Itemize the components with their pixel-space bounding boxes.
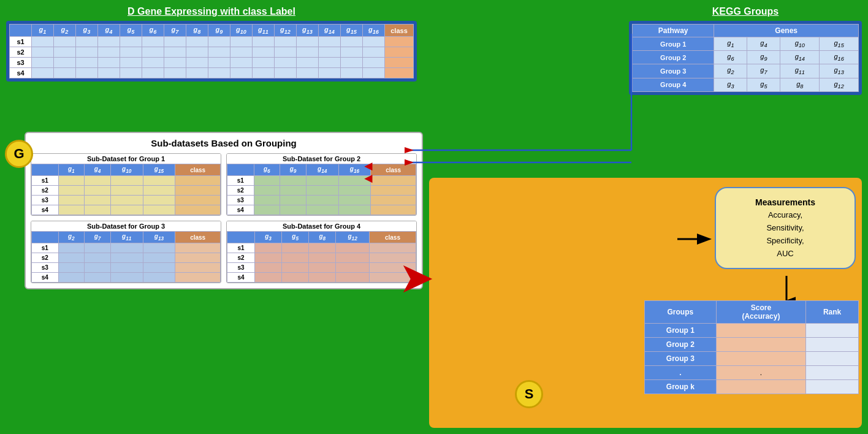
measurement-auc: AUC — [726, 248, 845, 261]
gene-cell — [208, 58, 230, 68]
subdataset-group3: Sub-Dataset for Group 3 g2 g7 g11 g13 cl… — [31, 221, 221, 283]
sg4-class: class — [369, 232, 416, 243]
gene-table-wrapper: g1 g2 g3 g4 g5 g6 g7 g8 g9 g10 g11 g12 g… — [6, 21, 417, 82]
red-arrow-bottom: ◄ — [362, 170, 375, 186]
measurement-specificity: Specificity, — [726, 235, 845, 248]
gene-row-s1-label: s1 — [10, 37, 32, 47]
gene-cell — [142, 68, 164, 78]
measurement-accuracy: Accuracy, — [726, 209, 845, 222]
sg3-g11: g11 — [110, 232, 143, 243]
gene-header-g9: g9 — [208, 25, 230, 37]
gene-header-g12: g12 — [275, 25, 297, 37]
gene-cell — [98, 37, 120, 47]
gene-header-g11: g11 — [253, 25, 275, 37]
gene-cell — [297, 37, 319, 47]
gene-cell — [363, 47, 385, 58]
subdataset-section: Sub-datasets Based on Grouping Sub-Datas… — [25, 132, 423, 289]
score-group2-score — [716, 338, 805, 352]
gene-row-s4-label: s4 — [10, 68, 32, 78]
g-circle: G — [5, 140, 33, 168]
score-dots-score: . — [716, 366, 805, 380]
red-arrow-right: ➤ — [398, 256, 435, 299]
s-circle: S — [515, 380, 543, 408]
score-groupk-label: Group k — [645, 380, 717, 394]
gene-cell — [341, 47, 363, 58]
gene-cell — [142, 37, 164, 47]
gene-cell — [32, 68, 54, 78]
subdataset-group1: Sub-Dataset for Group 1 g1 g4 g10 g15 cl… — [31, 153, 221, 216]
gene-header-g10: g10 — [230, 25, 253, 37]
sg3-g7: g7 — [85, 232, 111, 243]
kegg-group1-g10: g10 — [780, 37, 820, 51]
subdataset-group2-table: g6 g9 g14 g16 class s1 s2 s3 s4 — [227, 164, 416, 215]
kegg-connector-svg — [405, 34, 650, 175]
gene-cell — [98, 58, 120, 68]
kegg-section: KEGG Groups Pathway Genes Group 1 g1 g4 … — [629, 6, 862, 95]
score-row-groupk: Group k — [645, 380, 859, 394]
sg2-g9: g9 — [280, 164, 306, 176]
score-row-group3: Group 3 — [645, 352, 859, 366]
subdataset-grid: Sub-Dataset for Group 1 g1 g4 g10 g15 cl… — [31, 153, 417, 283]
gene-cell — [186, 47, 208, 58]
sg1-s1: s1 — [32, 176, 59, 186]
subdataset-group2: Sub-Dataset for Group 2 g6 g9 g14 g16 cl… — [226, 153, 417, 216]
gene-cell — [98, 68, 120, 78]
gene-cell — [164, 58, 186, 68]
d-gene-section: D Gene Expressing with class Label g1 g2… — [6, 6, 417, 82]
kegg-group3-g2: g2 — [714, 64, 747, 78]
gene-header-g3: g3 — [76, 25, 98, 37]
gene-cell — [253, 37, 275, 47]
svg-marker-2 — [405, 147, 414, 153]
gene-cell — [341, 37, 363, 47]
subdataset-group4: Sub-Dataset for Group 4 g3 g5 g8 g12 cla… — [226, 221, 417, 283]
subdataset-group1-title: Sub-Dataset for Group 1 — [31, 154, 221, 164]
gene-header-g8: g8 — [186, 25, 208, 37]
score-row-dots: . . — [645, 366, 859, 380]
gene-cell — [54, 58, 76, 68]
gene-cell — [319, 58, 341, 68]
sg2-g6: g6 — [254, 164, 280, 176]
kegg-group2-g16: g16 — [820, 51, 859, 64]
kegg-group4-g8: g8 — [780, 78, 820, 91]
gene-header-g1: g1 — [32, 25, 54, 37]
kegg-group3-g7: g7 — [747, 64, 780, 78]
gene-header-g5: g5 — [120, 25, 142, 37]
sg3-s2: s2 — [32, 253, 59, 263]
gene-cell — [208, 68, 230, 78]
gene-cell — [275, 58, 297, 68]
gene-cell — [186, 68, 208, 78]
gene-cell — [76, 47, 98, 58]
kegg-group3-g13: g13 — [820, 64, 859, 78]
gene-cell — [363, 58, 385, 68]
gene-cell — [230, 58, 253, 68]
sg3-s4: s4 — [32, 273, 59, 283]
gene-cell — [120, 58, 142, 68]
score-row-group2: Group 2 — [645, 338, 859, 352]
gene-cell — [319, 68, 341, 78]
gene-cell — [76, 58, 98, 68]
sg1-g1: g1 — [58, 164, 85, 176]
score-group2-label: Group 2 — [645, 338, 717, 352]
gene-cell — [142, 47, 164, 58]
sg1-s2: s2 — [32, 186, 59, 196]
sg4-g3: g3 — [254, 232, 281, 243]
gene-cell — [208, 37, 230, 47]
kegg-group4-g5: g5 — [747, 78, 780, 91]
kegg-group2-g6: g6 — [714, 51, 747, 64]
subdataset-group1-table: g1 g4 g10 g15 class s1 s2 s3 s4 — [31, 164, 221, 215]
sg4-g5: g5 — [282, 232, 309, 243]
kegg-group2-g14: g14 — [780, 51, 820, 64]
gene-cell — [120, 68, 142, 78]
gene-cell — [230, 37, 253, 47]
sg4-g8: g8 — [309, 232, 336, 243]
gene-cell — [341, 58, 363, 68]
gene-cell — [186, 37, 208, 47]
sg2-s4: s4 — [227, 205, 254, 215]
score-group2-rank — [806, 338, 859, 352]
kegg-group3-g11: g11 — [780, 64, 820, 78]
sg3-class: class — [175, 232, 221, 243]
gene-header-g7: g7 — [164, 25, 186, 37]
gene-header-g16: g16 — [363, 25, 385, 37]
score-header-score: Score(Accuracy) — [716, 301, 805, 324]
sg3-s3: s3 — [32, 263, 59, 273]
